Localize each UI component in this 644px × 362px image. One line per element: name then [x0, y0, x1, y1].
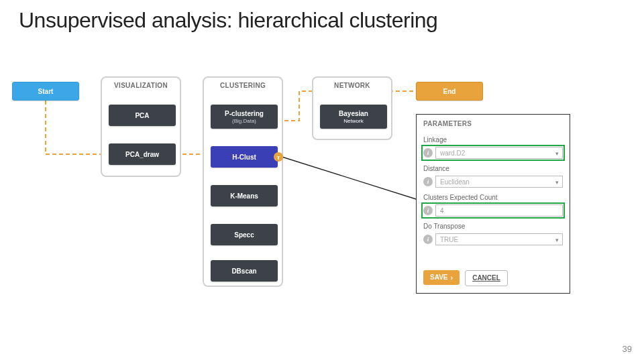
node-p-clustering[interactable]: P-clustering (Big.Data) — [211, 105, 278, 129]
node-h-clust[interactable]: H-Clust τ — [211, 146, 278, 168]
save-button-label: SAVE — [430, 270, 448, 285]
info-icon[interactable]: i — [423, 148, 433, 158]
transpose-field: i TRUE — [423, 233, 563, 245]
clusters-label: Clusters Expected Count — [423, 194, 563, 201]
node-dbscan[interactable]: DBscan — [211, 260, 278, 282]
node-bayesian-network[interactable]: Bayesian Network — [320, 105, 387, 129]
group-clustering-header: CLUSTERING — [204, 82, 282, 89]
tau-icon[interactable]: τ — [274, 152, 283, 162]
info-icon[interactable]: i — [423, 206, 433, 215]
group-visualization-header: VISUALIZATION — [102, 82, 180, 89]
clusters-field: i 4 — [423, 204, 563, 217]
group-clustering: CLUSTERING P-clustering (Big.Data) H-Clu… — [203, 76, 283, 287]
node-h-clust-label: H-Clust — [232, 154, 256, 161]
node-p-clustering-sub: (Big.Data) — [232, 118, 256, 124]
distance-label: Distance — [423, 165, 563, 172]
group-visualization: VISUALIZATION PCA PCA_draw — [101, 76, 181, 177]
node-bayesian-sub: Network — [343, 118, 363, 124]
start-node[interactable]: Start — [12, 82, 79, 101]
parameters-title: PARAMETERS — [423, 120, 563, 127]
distance-select[interactable]: Euclidean — [435, 176, 563, 188]
chevron-right-icon: › — [451, 270, 453, 285]
node-specc[interactable]: Specc — [211, 224, 278, 245]
workflow-canvas: Start End VISUALIZATION PCA PCA_draw CLU… — [0, 74, 644, 322]
distance-field: i Euclidean — [423, 176, 563, 188]
node-pca-draw[interactable]: PCA_draw — [109, 143, 176, 165]
parameters-panel: PARAMETERS Linkage i ward.D2 Distance i … — [416, 114, 570, 294]
node-pca[interactable]: PCA — [109, 105, 176, 126]
info-icon[interactable]: i — [423, 177, 433, 186]
info-icon[interactable]: i — [423, 235, 433, 244]
transpose-select[interactable]: TRUE — [435, 233, 563, 245]
node-bayesian-label: Bayesian — [339, 110, 368, 117]
save-button[interactable]: SAVE › — [423, 270, 460, 285]
clusters-input[interactable]: 4 — [435, 204, 563, 217]
page-title: Unsupervised analysis: hierarchical clus… — [19, 8, 437, 33]
cancel-button[interactable]: CANCEL — [465, 270, 508, 286]
node-p-clustering-label: P-clustering — [225, 110, 264, 117]
page-number: 39 — [623, 344, 632, 354]
group-network: NETWORK Bayesian Network — [312, 76, 392, 140]
group-network-header: NETWORK — [313, 82, 391, 89]
linkage-field: i ward.D2 — [423, 147, 563, 159]
linkage-label: Linkage — [423, 136, 563, 143]
end-node[interactable]: End — [416, 82, 483, 101]
linkage-select[interactable]: ward.D2 — [435, 147, 563, 159]
transpose-label: Do Transpose — [423, 223, 563, 230]
panel-buttons: SAVE › CANCEL — [423, 270, 563, 286]
node-k-means[interactable]: K-Means — [211, 185, 278, 206]
